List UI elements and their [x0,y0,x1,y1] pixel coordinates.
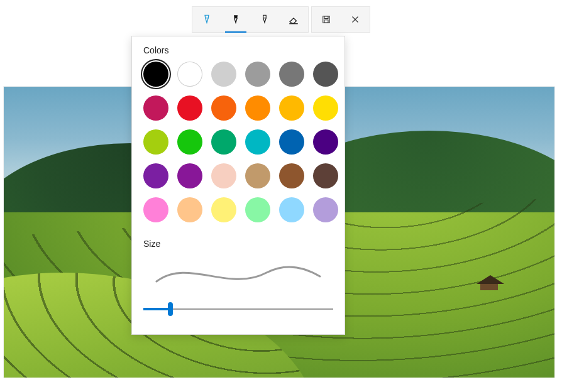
ink-tools-group [192,6,309,33]
size-section: Size [143,239,333,317]
color-swatch-indigo[interactable] [313,129,338,155]
color-swatch-grid [143,62,333,222]
color-swatch-blue[interactable] [279,129,304,155]
close-button[interactable] [341,7,370,32]
size-slider[interactable] [143,302,333,317]
color-swatch-dim-gray[interactable] [279,62,304,87]
save-icon [321,14,332,25]
pencil-tool-button[interactable] [221,7,250,32]
color-swatch-orange[interactable] [245,95,270,121]
ink-actions-group [311,6,370,33]
ballpoint-pen-tool-button[interactable] [192,7,221,32]
pen-settings-flyout: Colors Size [131,36,345,335]
color-swatch-light-blue[interactable] [279,197,304,222]
color-swatch-dark-gray[interactable] [313,62,338,87]
color-swatch-red[interactable] [177,95,202,121]
color-swatch-orange-red[interactable] [211,95,236,121]
color-swatch-white[interactable] [177,62,202,87]
close-icon [350,14,361,25]
highlighter-icon [259,14,270,25]
color-swatch-sea-green[interactable] [211,129,236,155]
color-swatch-lavender[interactable] [313,197,338,222]
slider-fill [143,308,170,310]
color-swatch-violet[interactable] [143,163,168,188]
pencil-icon [230,14,241,25]
color-swatch-light-yellow[interactable] [211,197,236,222]
color-swatch-crimson[interactable] [143,95,168,121]
save-button[interactable] [312,7,341,32]
svg-rect-0 [323,16,330,23]
highlighter-tool-button[interactable] [250,7,279,32]
size-heading: Size [143,239,333,249]
color-swatch-yellow[interactable] [313,95,338,121]
eraser-icon [288,14,299,25]
color-swatch-light-green[interactable] [245,197,270,222]
color-swatch-pink[interactable] [143,197,168,222]
svg-rect-2 [324,20,328,23]
color-swatch-gray[interactable] [245,62,270,87]
color-swatch-silver[interactable] [211,62,236,87]
hut-shape [477,275,504,291]
color-swatch-black[interactable] [143,62,168,87]
stroke-preview-icon [153,260,323,288]
slider-thumb[interactable] [168,302,173,316]
color-swatch-lime[interactable] [143,129,168,155]
color-swatch-green[interactable] [177,129,202,155]
eraser-tool-button[interactable] [279,7,308,32]
ink-toolbar [192,6,370,33]
color-swatch-tan[interactable] [245,163,270,188]
size-preview [143,255,333,293]
colors-heading: Colors [143,45,333,55]
color-swatch-purple[interactable] [177,163,202,188]
color-swatch-cyan[interactable] [245,129,270,155]
ballpoint-pen-icon [201,14,212,25]
color-swatch-light-orange[interactable] [177,197,202,222]
color-swatch-amber[interactable] [279,95,304,121]
svg-rect-1 [324,16,328,19]
color-swatch-dark-brown[interactable] [313,163,338,188]
color-swatch-peach[interactable] [211,163,236,188]
color-swatch-brown[interactable] [279,163,304,188]
